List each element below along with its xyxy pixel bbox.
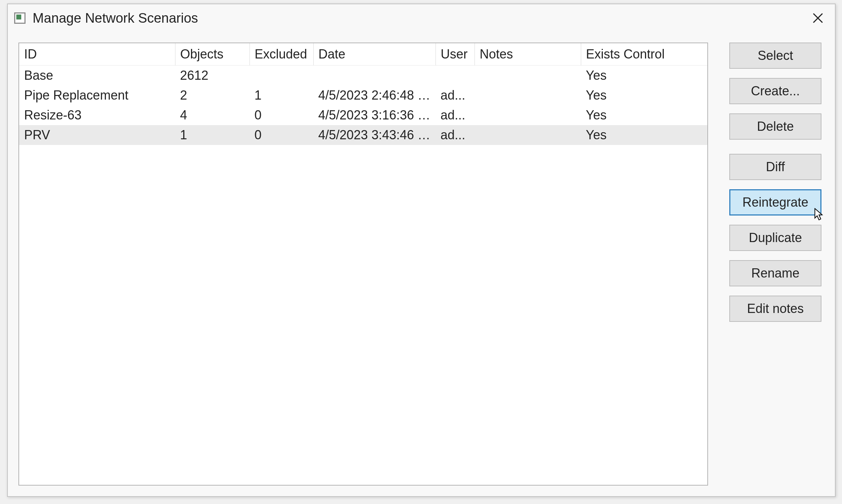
cell-exists: Yes: [581, 66, 707, 85]
cell-notes: [475, 105, 581, 125]
col-header-objects[interactable]: Objects: [175, 43, 249, 66]
cell-id: Base: [19, 66, 175, 85]
table-row[interactable]: Pipe Replacement214/5/2023 2:46:48 PMad.…: [19, 85, 707, 105]
dialog-title: Manage Network Scenarios: [33, 11, 807, 26]
cell-notes: [475, 85, 581, 105]
col-header-date[interactable]: Date: [313, 43, 436, 66]
create-button[interactable]: Create...: [729, 78, 821, 104]
cell-exists: Yes: [581, 105, 707, 125]
cell-excluded: 0: [249, 105, 313, 125]
cell-objects: 4: [175, 105, 249, 125]
editnotes-button[interactable]: Edit notes: [729, 296, 821, 322]
scenario-table[interactable]: ID Objects Excluded Date User Notes Exis…: [18, 43, 708, 486]
cell-excluded: 0: [249, 125, 313, 145]
select-button[interactable]: Select: [729, 43, 821, 69]
dialog-content: ID Objects Excluded Date User Notes Exis…: [8, 32, 835, 496]
cell-objects: 2: [175, 85, 249, 105]
table-row[interactable]: Base2612Yes: [19, 66, 707, 85]
cell-notes: [475, 66, 581, 85]
table-row[interactable]: Resize-63404/5/2023 3:16:36 PMad...Yes: [19, 105, 707, 125]
col-header-id[interactable]: ID: [19, 43, 175, 66]
cell-user: ad...: [436, 125, 475, 145]
col-header-notes[interactable]: Notes: [475, 43, 581, 66]
cell-exists: Yes: [581, 85, 707, 105]
cell-user: ad...: [436, 105, 475, 125]
col-header-user[interactable]: User: [436, 43, 475, 66]
cell-objects: 2612: [175, 66, 249, 85]
app-icon: [14, 12, 26, 24]
manage-scenarios-dialog: Manage Network Scenarios ID Objects Excl…: [7, 4, 836, 497]
cell-date: 4/5/2023 3:43:46 PM: [313, 125, 436, 145]
delete-button[interactable]: Delete: [729, 113, 821, 140]
button-column: Select Create... Delete Diff Reintegrate…: [729, 43, 821, 486]
col-header-excluded[interactable]: Excluded: [249, 43, 313, 66]
cell-date: 4/5/2023 3:16:36 PM: [313, 105, 436, 125]
cell-date: 4/5/2023 2:46:48 PM: [313, 85, 436, 105]
cell-notes: [475, 125, 581, 145]
cell-id: Resize-63: [19, 105, 175, 125]
col-header-exists[interactable]: Exists Control: [581, 43, 707, 66]
table-header-row: ID Objects Excluded Date User Notes Exis…: [19, 43, 707, 66]
table-row[interactable]: PRV104/5/2023 3:43:46 PMad...Yes: [19, 125, 707, 145]
cell-id: Pipe Replacement: [19, 85, 175, 105]
cell-date: [313, 66, 436, 85]
titlebar: Manage Network Scenarios: [8, 4, 835, 32]
diff-button[interactable]: Diff: [729, 154, 821, 180]
cell-exists: Yes: [581, 125, 707, 145]
cell-id: PRV: [19, 125, 175, 145]
duplicate-button[interactable]: Duplicate: [729, 225, 821, 251]
close-icon[interactable]: [807, 7, 829, 29]
rename-button[interactable]: Rename: [729, 260, 821, 286]
cell-excluded: [249, 66, 313, 85]
reintegrate-button[interactable]: Reintegrate: [729, 189, 821, 215]
cell-excluded: 1: [249, 85, 313, 105]
cell-user: [436, 66, 475, 85]
cell-user: ad...: [436, 85, 475, 105]
cell-objects: 1: [175, 125, 249, 145]
